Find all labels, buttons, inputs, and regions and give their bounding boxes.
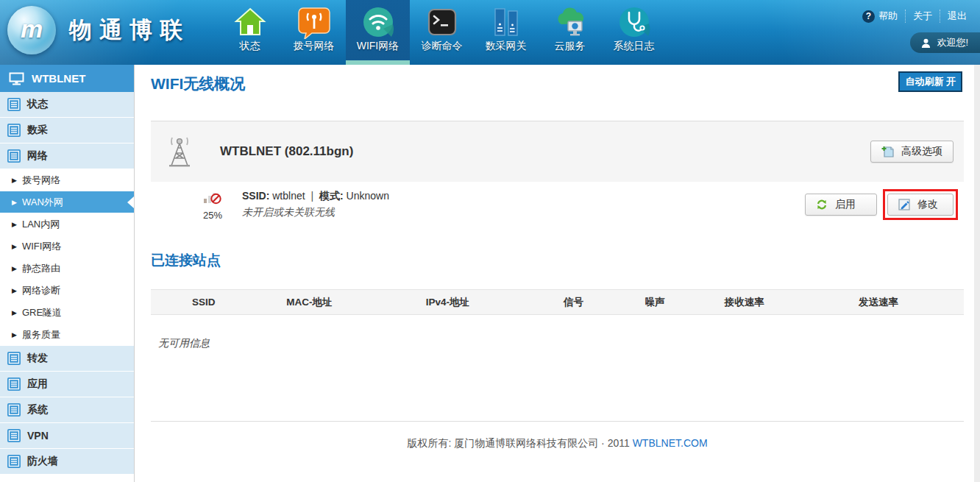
sidebar-item-firewall[interactable]: 防火墙 [0, 449, 134, 474]
welcome-button[interactable]: 欢迎您! [910, 32, 980, 53]
sidebar-item-label: GRE隧道 [22, 306, 62, 319]
list-icon [7, 124, 21, 137]
sidebar-item-label: 拨号网络 [22, 174, 60, 187]
auto-refresh-toggle[interactable]: 自动刷新 开 [898, 71, 962, 92]
modify-button[interactable]: 修改 [887, 194, 954, 216]
nav-item-cloud-service[interactable]: 云服务 [538, 0, 602, 65]
list-icon [7, 149, 21, 163]
separator: | [308, 190, 316, 202]
user-icon [920, 38, 931, 49]
logo-glyph: m [21, 15, 43, 43]
chevron-right-icon: ▶ [12, 177, 17, 184]
logo-sphere-icon: m [7, 6, 56, 54]
sidebar-item-network[interactable]: 网络 [0, 143, 134, 169]
advanced-options-icon [881, 146, 894, 158]
sidebar-item-qos[interactable]: ▶ 服务质量 [0, 324, 134, 345]
sidebar-item-label: WIFI网络 [22, 240, 61, 253]
enable-label: 启用 [835, 198, 856, 211]
sidebar-header: WTBLNET [0, 65, 134, 92]
server-rack-icon [489, 5, 523, 39]
top-header: m 物通博联 状态 拨号网络 [0, 0, 980, 65]
column-header-ssid: SSID [151, 290, 257, 315]
sidebar-item-application[interactable]: 应用 [0, 372, 134, 397]
sidebar-item-status[interactable]: 状态 [0, 92, 134, 117]
nav-item-dial-network[interactable]: 拨号网络 [282, 0, 346, 65]
nav-label: 云服务 [538, 40, 602, 53]
column-header-signal: 信号 [533, 290, 614, 315]
signal-percent: 25% [195, 210, 230, 221]
stethoscope-icon [617, 5, 651, 39]
column-header-tx-rate: 发送速率 [793, 290, 964, 315]
sidebar-item-system[interactable]: 系统 [0, 397, 134, 422]
nav-item-status[interactable]: 状态 [218, 0, 282, 65]
sidebar-item-label: 网络 [27, 149, 48, 163]
nav-item-data-gateway[interactable]: 数采网关 [474, 0, 538, 65]
chevron-right-icon: ▶ [12, 331, 17, 339]
sidebar-item-label: 系统 [27, 403, 48, 417]
logout-link[interactable]: 退出 [940, 10, 974, 23]
nav-item-wifi-network[interactable]: WIFI网络 [346, 0, 410, 65]
selected-notch [127, 196, 134, 208]
sidebar-item-network-diagnosis[interactable]: ▶ 网络诊断 [0, 280, 134, 301]
wifi-icon [361, 5, 395, 39]
sidebar-item-label: 服务质量 [22, 328, 60, 341]
list-icon [7, 98, 21, 111]
sidebar-item-dial-network[interactable]: ▶ 拨号网络 [0, 169, 134, 191]
sidebar-item-label: WAN外网 [22, 196, 63, 209]
list-icon [7, 352, 21, 365]
nav-label: 状态 [218, 40, 282, 53]
edit-pencil-icon [898, 199, 910, 210]
connected-stations-title: 已连接站点 [151, 251, 964, 270]
nav-label: WIFI网络 [346, 40, 410, 53]
sidebar-item-label: 网络诊断 [22, 284, 60, 297]
enable-button[interactable]: 启用 [805, 194, 877, 216]
home-icon [233, 5, 267, 39]
sidebar-item-wifi[interactable]: ▶ WIFI网络 [0, 235, 134, 257]
sidebar-item-vpn[interactable]: VPN [0, 423, 134, 448]
sidebar: WTBLNET 状态 数采 网络 ▶ 拨号网络 ▶ WAN外网 ▶ LAN内网 [0, 65, 135, 482]
sidebar-item-forward[interactable]: 转发 [0, 346, 134, 371]
about-link[interactable]: 关于 [905, 10, 940, 23]
sidebar-item-label: LAN内网 [22, 218, 60, 231]
wifi-network-title: WTBLNET (802.11bgn) [220, 144, 353, 159]
logout-label: 退出 [948, 10, 967, 23]
sidebar-item-label: 数采 [27, 124, 48, 137]
footer-link[interactable]: WTBLNET.COM [633, 437, 708, 449]
connected-stations-table: SSID MAC-地址 IPv4-地址 信号 噪声 接收速率 发送速率 [151, 289, 964, 315]
about-label: 关于 [913, 10, 932, 23]
copyright-text: 版权所有: 厦门物通博联网络科技有限公司 · 2011 [407, 437, 629, 449]
sidebar-item-static-route[interactable]: ▶ 静态路由 [0, 258, 134, 279]
wifi-panel-header: WTBLNET (802.11bgn) 高级选项 [151, 121, 964, 182]
modify-label: 修改 [917, 198, 938, 211]
wifi-action-buttons: 启用 修改 [805, 194, 954, 216]
empty-table-message: 无可用信息 [158, 337, 964, 350]
advanced-options-button[interactable]: 高级选项 [870, 141, 954, 163]
logo-text: 物通博联 [69, 15, 190, 46]
sidebar-item-data-collect[interactable]: 数采 [0, 118, 134, 143]
cloud-icon [553, 5, 587, 39]
sidebar-item-label: 防火墙 [27, 455, 58, 468]
vertical-scrollbar[interactable] [974, 65, 980, 482]
sidebar-item-label: 状态 [27, 98, 48, 111]
ssid-line: SSID: wtblnet | 模式: Unknown [242, 190, 389, 203]
footer-divider [151, 421, 964, 422]
list-icon [7, 429, 21, 442]
refresh-icon [816, 199, 828, 210]
signal-block: 25% [195, 189, 230, 221]
sidebar-item-lan[interactable]: ▶ LAN内网 [0, 213, 134, 235]
nav-label: 数采网关 [474, 40, 538, 53]
question-icon: ? [862, 10, 875, 23]
app-logo: m 物通博联 [7, 6, 190, 54]
chevron-right-icon: ▶ [12, 243, 17, 250]
modify-button-wrapper: 修改 [887, 194, 954, 216]
nav-item-system-log[interactable]: 系统日志 [602, 0, 666, 65]
chevron-right-icon: ▶ [12, 309, 17, 316]
main-nav: 状态 拨号网络 WIFI网络 [218, 0, 666, 65]
wifi-status-text: 未开启或未关联无线 [242, 206, 389, 219]
sidebar-item-gre-tunnel[interactable]: ▶ GRE隧道 [0, 302, 134, 323]
sidebar-item-wan[interactable]: ▶ WAN外网 [0, 191, 134, 213]
list-icon [7, 378, 21, 391]
ssid-block: SSID: wtblnet | 模式: Unknown 未开启或未关联无线 [242, 190, 389, 219]
nav-item-diagnostic-command[interactable]: 诊断命令 [410, 0, 474, 65]
help-link[interactable]: ? 帮助 [855, 10, 905, 23]
